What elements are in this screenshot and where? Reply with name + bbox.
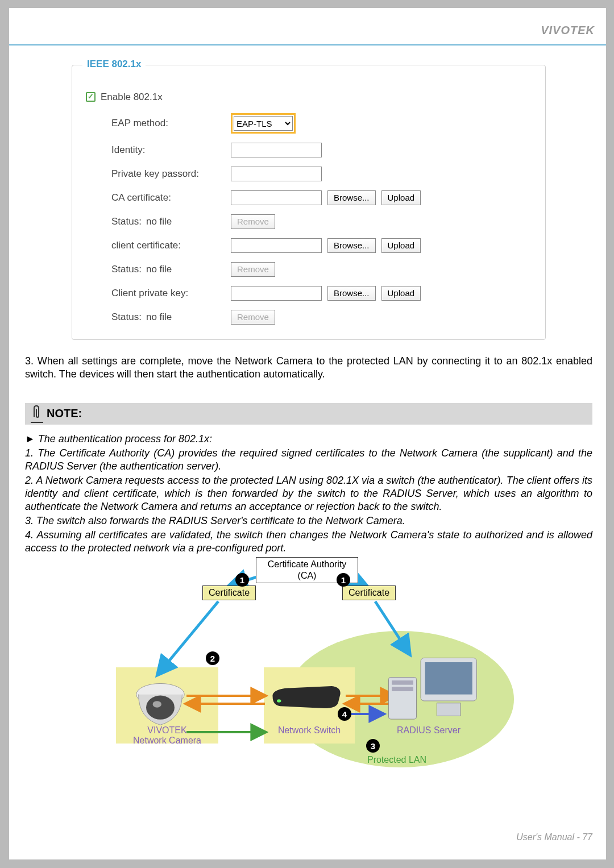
cc-upload-button[interactable]: Upload — [381, 238, 421, 253]
cc-remove-button[interactable]: Remove — [231, 262, 275, 277]
cc-status: Status:no file — [86, 264, 231, 275]
svg-rect-22 — [437, 703, 460, 716]
server-icon — [383, 653, 480, 723]
cpk-status: Status:no file — [86, 312, 231, 323]
cc-status-row: Status:no file Remove — [86, 261, 532, 277]
ca-upload-button[interactable]: Upload — [381, 190, 421, 205]
step1a: 1 — [235, 573, 249, 587]
cpk-remove-button[interactable]: Remove — [231, 310, 275, 325]
cc-label: client certificate: — [86, 240, 231, 251]
cert-left: Certificate — [202, 585, 256, 600]
svg-rect-21 — [425, 662, 472, 695]
panel-legend: IEEE 802.1x — [82, 59, 146, 70]
cpk-browse-button[interactable]: Browse... — [327, 286, 376, 301]
ca-status: Status:no file — [86, 216, 231, 227]
svg-rect-18 — [392, 680, 413, 685]
ca-row: CA certificate: Browse... Upload — [86, 190, 532, 205]
pkpass-label: Private key passord: — [86, 168, 231, 180]
ieee-8021x-panel: IEEE 802.1x Enable 802.1x EAP method: EA… — [72, 65, 546, 340]
enable-label: Enable 802.1x — [101, 92, 163, 103]
brand-logo: VIVOTEK — [541, 24, 595, 37]
eap-row: EAP method: EAP-TLS — [86, 113, 532, 134]
switch-icon — [269, 679, 343, 711]
cc-input[interactable] — [231, 238, 322, 253]
svg-point-14 — [146, 696, 175, 720]
pkpass-input[interactable] — [231, 167, 322, 181]
auth-diagram: Certificate Authority (CA) Certificate C… — [59, 557, 558, 784]
enable-checkbox[interactable] — [86, 92, 96, 102]
page: VIVOTEK IEEE 802.1x Enable 802.1x EAP me… — [9, 8, 606, 859]
lan-label: Protected LAN — [340, 755, 454, 765]
cpk-label: Client private key: — [86, 288, 231, 299]
cc-row: client certificate: Browse... Upload — [86, 238, 532, 253]
note-l0: ► The authentication process for 802.1x: — [25, 433, 592, 446]
ca-input[interactable] — [231, 190, 322, 205]
identity-row: Identity: — [86, 142, 532, 157]
svg-rect-19 — [392, 687, 413, 692]
ca-label: CA certificate: — [86, 192, 231, 203]
svg-point-15 — [153, 701, 161, 708]
note-body: ► The authentication process for 802.1x:… — [25, 433, 592, 555]
note-l4: 4. Assuming all certificates are validat… — [25, 529, 592, 555]
eap-label: EAP method: — [86, 118, 231, 129]
pkpass-row: Private key passord: — [86, 166, 532, 181]
step3-text: 3. When all settings are complete, move … — [25, 355, 592, 381]
eap-highlight: EAP-TLS — [231, 113, 296, 134]
svg-point-16 — [277, 699, 281, 703]
step2: 2 — [206, 651, 219, 665]
diagram-arrows — [59, 557, 558, 784]
cpk-input[interactable] — [231, 286, 322, 301]
note-bar: NOTE: — [25, 403, 592, 425]
enable-row: Enable 802.1x — [86, 89, 532, 105]
page-footer: User's Manual - 77 — [516, 832, 592, 842]
note-l1: 1. The Certificate Authority (CA) provid… — [25, 447, 592, 473]
ca-remove-button[interactable]: Remove — [231, 214, 275, 229]
content-area: IEEE 802.1x Enable 802.1x EAP method: EA… — [9, 45, 606, 784]
switch-label: Network Switch — [264, 725, 355, 736]
identity-input[interactable] — [231, 143, 322, 157]
step3: 3 — [366, 739, 380, 753]
identity-label: Identity: — [86, 144, 231, 156]
note-l3: 3. The switch also forwards the RADIUS S… — [25, 514, 592, 528]
ca-browse-button[interactable]: Browse... — [327, 190, 376, 205]
ca-status-row: Status:no file Remove — [86, 214, 532, 229]
page-header: VIVOTEK — [9, 8, 606, 45]
camera-label: VIVOTEKNetwork Camera — [116, 725, 218, 746]
camera-icon — [133, 676, 188, 728]
cpk-upload-button[interactable]: Upload — [381, 286, 421, 301]
note-icon — [31, 405, 43, 423]
note-title: NOTE: — [47, 407, 82, 420]
cpk-row: Client private key: Browse... Upload — [86, 285, 532, 301]
cpk-status-row: Status:no file Remove — [86, 309, 532, 325]
cert-right: Certificate — [342, 585, 396, 600]
eap-method-select[interactable]: EAP-TLS — [234, 116, 293, 131]
cc-browse-button[interactable]: Browse... — [327, 238, 376, 253]
step1b: 1 — [337, 573, 350, 587]
radius-label: RADIUS Server — [377, 725, 480, 736]
note-l2: 2. A Network Camera requests access to t… — [25, 474, 592, 513]
